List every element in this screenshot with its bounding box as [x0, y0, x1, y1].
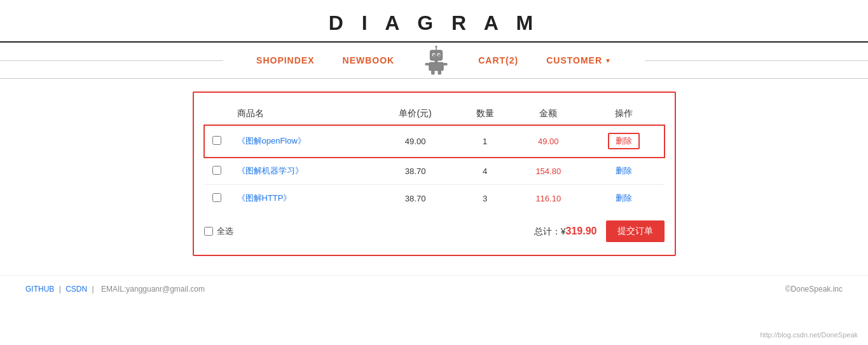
- col-action: 操作: [583, 103, 664, 125]
- amount-cell: 49.00: [513, 125, 583, 158]
- price-cell: 38.70: [374, 158, 457, 185]
- col-product: 商品名: [230, 103, 375, 125]
- nav-customer[interactable]: CUSTOMER ▼: [532, 49, 626, 72]
- submit-order-button[interactable]: 提交订单: [606, 220, 665, 242]
- svg-rect-9: [431, 71, 435, 74]
- qty-cell: 4: [457, 158, 513, 185]
- total-area: 总计：¥319.90 提交订单: [534, 220, 665, 242]
- total-amount: 319.90: [566, 226, 597, 236]
- navigation: SHOPINDEX NEWBOOK: [0, 41, 868, 79]
- select-all-label: 全选: [217, 226, 233, 237]
- amount-cell: 154.80: [513, 158, 583, 185]
- nav-cart[interactable]: CART(2): [464, 49, 532, 72]
- nav-shopindex[interactable]: SHOPINDEX: [242, 49, 328, 72]
- table-row: 《图解HTTP》38.703116.10删除: [204, 185, 665, 212]
- copyright-text: ©DoneSpeak.inc: [785, 285, 843, 294]
- svg-rect-11: [425, 63, 429, 65]
- table-header-row: 商品名 单价(元) 数量 金额 操作: [204, 103, 665, 125]
- svg-rect-12: [443, 63, 447, 65]
- price-cell: 49.00: [374, 125, 457, 158]
- svg-rect-10: [438, 71, 442, 74]
- site-footer: GITHUB | CSDN | EMAIL:yangguanr@gmail.co…: [0, 275, 868, 302]
- delete-cell: 删除: [583, 125, 664, 158]
- svg-point-4: [438, 54, 439, 55]
- select-all-checkbox[interactable]: [204, 227, 213, 236]
- product-cell: 《图解机器学习》: [230, 158, 375, 185]
- product-link-3[interactable]: 《图解HTTP》: [237, 193, 292, 203]
- total-label: 总计：¥319.90: [534, 226, 597, 238]
- select-all-area: 全选: [204, 226, 233, 237]
- row-checkbox-cell: [204, 158, 230, 185]
- github-link[interactable]: GITHUB: [25, 285, 54, 294]
- row-checkbox-cell: [204, 125, 230, 158]
- site-title: D I A G R A M: [0, 0, 868, 41]
- price-cell: 38.70: [374, 185, 457, 212]
- product-link-2[interactable]: 《图解机器学习》: [237, 166, 303, 175]
- email-text: EMAIL:yangguanr@gmail.com: [101, 285, 205, 294]
- col-price: 单价(元): [374, 103, 457, 125]
- cart-table: 商品名 单价(元) 数量 金额 操作 《图解openFlow》49.00149.…: [204, 103, 665, 212]
- table-row: 《图解机器学习》38.704154.80删除: [204, 158, 665, 185]
- delete-cell: 删除: [583, 158, 664, 185]
- cart-footer: 全选 总计：¥319.90 提交订单: [204, 212, 665, 245]
- bottom-url: http://blog.csdn.net/DoneSpeak: [761, 331, 858, 339]
- qty-cell: 3: [457, 185, 513, 212]
- product-cell: 《图解openFlow》: [230, 125, 375, 158]
- qty-cell: 1: [457, 125, 513, 158]
- csdn-link[interactable]: CSDN: [65, 285, 87, 294]
- svg-rect-7: [435, 60, 438, 62]
- cart-container: 商品名 单价(元) 数量 金额 操作 《图解openFlow》49.00149.…: [193, 91, 676, 256]
- svg-point-3: [433, 54, 434, 55]
- product-link-1[interactable]: 《图解openFlow》: [237, 136, 306, 145]
- row-checkbox-1[interactable]: [212, 136, 221, 145]
- amount-cell: 116.10: [513, 185, 583, 212]
- delete-button-1[interactable]: 删除: [608, 133, 640, 149]
- table-row: 《图解openFlow》49.00149.00删除: [204, 125, 665, 158]
- svg-rect-0: [431, 50, 443, 60]
- customer-dropdown-arrow: ▼: [605, 57, 612, 64]
- svg-rect-8: [429, 62, 443, 71]
- nav-newbook[interactable]: NEWBOOK: [329, 49, 409, 72]
- col-checkbox: [204, 103, 230, 125]
- nav-logo: [408, 43, 464, 78]
- product-cell: 《图解HTTP》: [230, 185, 375, 212]
- row-checkbox-2[interactable]: [212, 166, 221, 175]
- col-amount: 金额: [513, 103, 583, 125]
- footer-links: GITHUB | CSDN | EMAIL:yangguanr@gmail.co…: [25, 285, 207, 294]
- main-content: 商品名 单价(元) 数量 金额 操作 《图解openFlow》49.00149.…: [180, 91, 689, 256]
- col-qty: 数量: [457, 103, 513, 125]
- svg-point-6: [436, 46, 437, 48]
- delete-button-3[interactable]: 删除: [616, 193, 632, 204]
- row-checkbox-3[interactable]: [212, 193, 221, 202]
- delete-button-2[interactable]: 删除: [616, 165, 632, 177]
- row-checkbox-cell: [204, 185, 230, 212]
- delete-cell: 删除: [583, 185, 664, 212]
